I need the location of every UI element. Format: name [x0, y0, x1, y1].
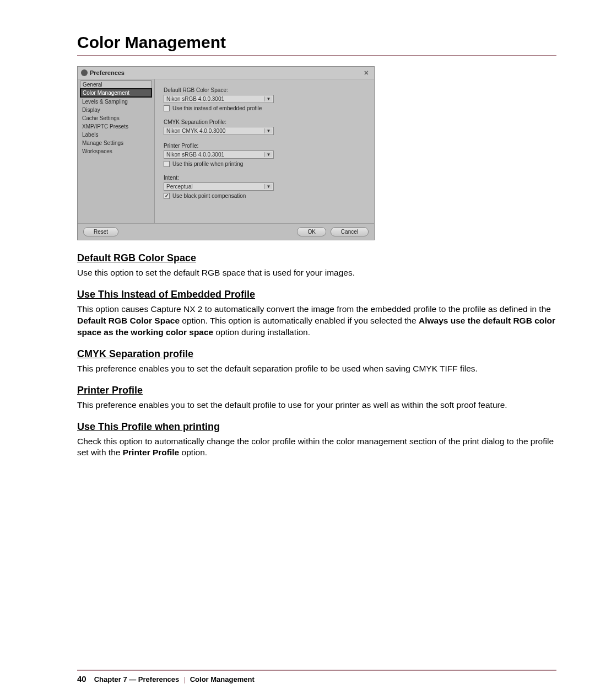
cmyk-profile-label: CMYK Separation Profile:	[164, 119, 365, 125]
rgb-colorspace-label: Default RGB Color Space:	[164, 87, 365, 93]
category-sidebar: General Color Management Levels & Sampli…	[78, 79, 155, 223]
sidebar-item-workspaces[interactable]: Workspaces	[80, 147, 152, 155]
chevron-down-icon: ▼	[264, 128, 272, 133]
preferences-dialog: Preferences × General Color Management L…	[77, 66, 375, 240]
dialog-footer: Reset OK Cancel	[78, 223, 374, 240]
app-icon	[81, 69, 88, 76]
intent-select[interactable]: Perceptual ▼	[164, 182, 274, 191]
sidebar-item-xmp-iptc[interactable]: XMP/IPTC Presets	[80, 122, 152, 131]
section-body-embed: This option causes Capture NX 2 to autom…	[77, 304, 556, 338]
section-heading-use-print: Use This Profile when printing	[77, 421, 556, 433]
chevron-down-icon: ▼	[264, 184, 272, 189]
dialog-titlebar: Preferences ×	[78, 67, 374, 79]
sidebar-item-general[interactable]: General	[80, 80, 152, 88]
intent-value: Perceptual	[166, 184, 193, 190]
cmyk-profile-value: Nikon CMYK 4.0.0.3000	[166, 128, 225, 134]
chevron-down-icon: ▼	[264, 96, 272, 101]
section-body-rgb: Use this option to set the default RGB s…	[77, 267, 556, 279]
section-heading-printer: Printer Profile	[77, 385, 556, 396]
footer-topic: Color Management	[190, 675, 255, 683]
dialog-title: Preferences	[90, 69, 125, 76]
use-instead-embedded-label: Use this instead of embedded profile	[172, 105, 262, 111]
printer-profile-select[interactable]: Nikon sRGB 4.0.0.3001 ▼	[164, 150, 274, 159]
ok-button[interactable]: OK	[297, 227, 326, 236]
printer-profile-value: Nikon sRGB 4.0.0.3001	[166, 152, 224, 158]
section-heading-embed: Use This Instead of Embedded Profile	[77, 289, 556, 300]
rgb-colorspace-select[interactable]: Nikon sRGB 4.0.0.3001 ▼	[164, 95, 274, 103]
rgb-colorspace-value: Nikon sRGB 4.0.0.3001	[166, 96, 224, 102]
close-icon[interactable]: ×	[362, 68, 371, 77]
printer-profile-label: Printer Profile:	[164, 143, 365, 149]
section-body-printer: This preference enables you to set the d…	[77, 400, 556, 411]
footer-chapter: Chapter 7 — Preferences	[94, 675, 180, 683]
reset-button[interactable]: Reset	[83, 227, 118, 236]
black-point-comp-checkbox[interactable]	[164, 193, 170, 199]
sidebar-item-levels-sampling[interactable]: Levels & Sampling	[80, 98, 152, 106]
chevron-down-icon: ▼	[264, 152, 272, 157]
sidebar-item-manage-settings[interactable]: Manage Settings	[80, 139, 152, 147]
black-point-comp-label: Use black point compensation	[172, 193, 246, 199]
use-profile-printing-checkbox[interactable]	[164, 161, 170, 167]
sidebar-item-display[interactable]: Display	[80, 106, 152, 114]
sidebar-item-labels[interactable]: Labels	[80, 131, 152, 139]
use-instead-embedded-checkbox[interactable]	[164, 105, 170, 111]
page-number: 40	[77, 674, 86, 683]
page-title: Color Management	[77, 33, 556, 52]
cancel-button[interactable]: Cancel	[331, 227, 369, 236]
cmyk-profile-select[interactable]: Nikon CMYK 4.0.0.3000 ▼	[164, 127, 274, 135]
section-body-cmyk: This preference enables you to set the d…	[77, 363, 556, 375]
section-body-use-print: Check this option to automatically chang…	[77, 436, 556, 459]
use-profile-printing-label: Use this profile when printing	[172, 161, 243, 167]
page-footer: 40 Chapter 7 — Preferences | Color Manag…	[0, 670, 595, 683]
section-heading-cmyk: CMYK Separation profile	[77, 348, 556, 360]
dialog-main-panel: Default RGB Color Space: Nikon sRGB 4.0.…	[155, 79, 374, 223]
section-heading-rgb: Default RGB Color Space	[77, 252, 556, 264]
sidebar-item-cache-settings[interactable]: Cache Settings	[80, 114, 152, 122]
sidebar-item-color-management[interactable]: Color Management	[80, 88, 152, 98]
title-rule	[77, 55, 556, 56]
footer-divider: |	[183, 675, 185, 683]
intent-label: Intent:	[164, 175, 365, 181]
